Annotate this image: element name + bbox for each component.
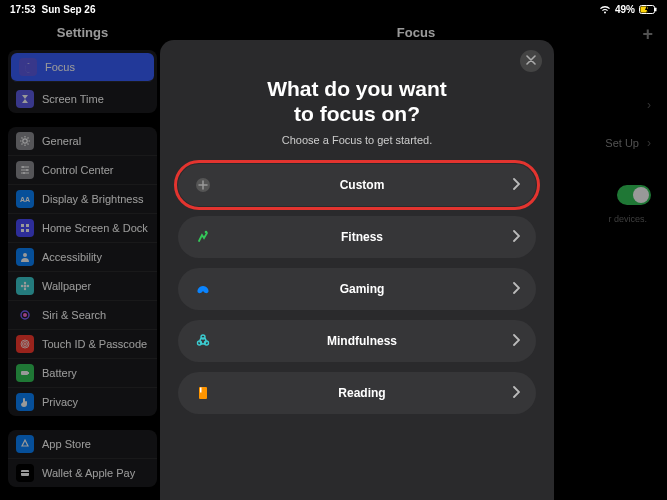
sheet-subtitle: Choose a Focus to get started.	[178, 134, 536, 146]
chevron-right-icon	[512, 280, 520, 298]
focus-setup-sheet: What do you want to focus on? Choose a F…	[160, 40, 554, 500]
focus-option-mindfulness[interactable]: Mindfulness	[178, 320, 536, 362]
focus-option-label: Reading	[212, 386, 512, 400]
fitness-icon	[194, 228, 212, 246]
close-button[interactable]	[520, 50, 542, 72]
status-date: Sun Sep 26	[42, 4, 96, 15]
focus-option-label: Custom	[212, 178, 512, 192]
gaming-icon	[194, 280, 212, 298]
svg-point-32	[198, 341, 202, 345]
close-icon	[526, 54, 536, 68]
focus-option-label: Gaming	[212, 282, 512, 296]
svg-point-30	[201, 335, 205, 339]
sheet-title: What do you want to focus on?	[178, 76, 536, 126]
plus-icon	[194, 176, 212, 194]
chevron-right-icon	[512, 228, 520, 246]
chevron-right-icon	[512, 176, 520, 194]
svg-point-28	[205, 231, 208, 234]
svg-rect-2	[655, 7, 657, 11]
svg-rect-34	[200, 388, 202, 393]
mindfulness-icon	[194, 332, 212, 350]
focus-option-label: Mindfulness	[212, 334, 512, 348]
focus-option-fitness[interactable]: Fitness	[178, 216, 536, 258]
status-time: 17:53	[10, 4, 36, 15]
focus-option-label: Fitness	[212, 230, 512, 244]
focus-option-reading[interactable]: Reading	[178, 372, 536, 414]
reading-icon	[194, 384, 212, 402]
focus-option-custom[interactable]: Custom	[178, 164, 536, 206]
wifi-icon	[599, 5, 611, 14]
svg-point-31	[205, 341, 209, 345]
focus-option-gaming[interactable]: Gaming	[178, 268, 536, 310]
battery-pct: 49%	[615, 4, 635, 15]
battery-icon	[639, 5, 657, 14]
chevron-right-icon	[512, 332, 520, 350]
chevron-right-icon	[512, 384, 520, 402]
status-bar: 17:53 Sun Sep 26 49%	[0, 0, 667, 18]
